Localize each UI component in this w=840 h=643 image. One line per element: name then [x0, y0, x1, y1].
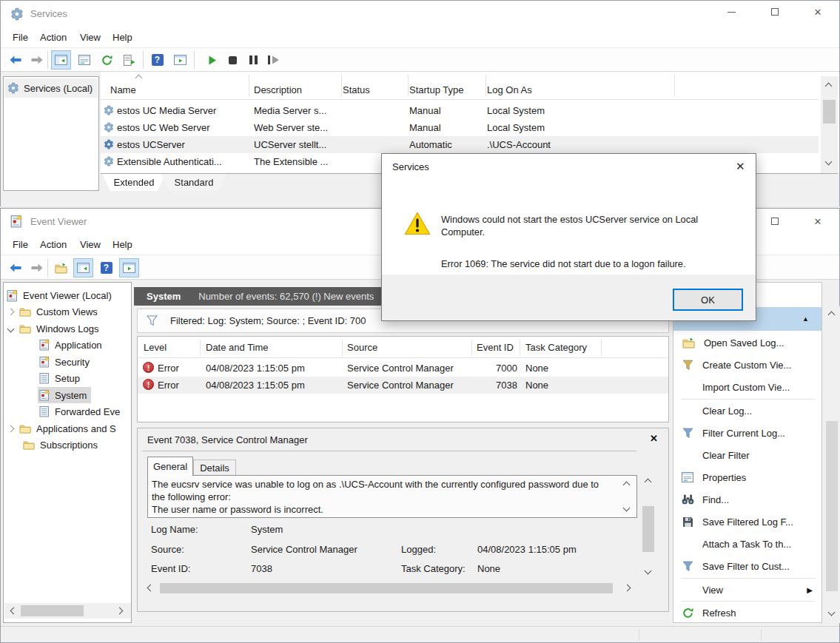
message-scroll-down-icon[interactable] — [623, 505, 631, 512]
tree-item-event-viewer-local[interactable]: Event Viewer (Local) — [7, 287, 130, 303]
menu-action[interactable]: Action — [36, 29, 71, 46]
tree-item-custom-views[interactable]: Custom Views — [7, 303, 130, 320]
tree-item-applications-and-services[interactable]: Applications and S — [7, 420, 130, 437]
open-saved-log-button[interactable] — [51, 258, 71, 277]
tree-item-forwarded-events[interactable]: Forwarded Eve — [39, 403, 130, 420]
action-attach-task[interactable]: Attach a Task To th... — [678, 534, 819, 553]
tree-item-application[interactable]: Application — [39, 337, 130, 353]
col-source[interactable]: Source — [347, 342, 377, 353]
action-clear-filter[interactable]: Clear Filter — [678, 445, 819, 465]
col-log-on-as[interactable]: Log On As — [487, 84, 532, 95]
col-status[interactable]: Status — [343, 84, 370, 95]
event-row-selected[interactable]: ! Error 04/08/2023 1:15:05 pm Service Co… — [138, 377, 668, 394]
actions-scrollbar[interactable] — [824, 306, 840, 623]
show-action-pane-button[interactable] — [170, 50, 190, 70]
scrollbar-thumb[interactable] — [642, 506, 654, 552]
scroll-up-icon[interactable] — [825, 83, 833, 90]
tree-horizontal-scrollbar[interactable] — [4, 603, 131, 619]
show-action-pane-button[interactable] — [119, 258, 139, 277]
action-open-saved-log[interactable]: Open Saved Log... — [678, 333, 819, 352]
scrollbar-thumb[interactable] — [160, 583, 613, 593]
tab-extended[interactable]: Extended — [102, 174, 166, 191]
detail-close-icon[interactable]: ✕ — [650, 433, 658, 444]
start-service-button[interactable] — [202, 50, 222, 70]
tree-item-subscriptions[interactable]: Subscriptions — [23, 437, 130, 453]
tab-general[interactable]: General — [147, 457, 193, 476]
col-level[interactable]: Level — [144, 342, 167, 353]
scroll-down-icon[interactable] — [828, 609, 836, 616]
action-filter-current-log[interactable]: Filter Current Log... — [678, 423, 819, 442]
forward-button[interactable] — [27, 50, 47, 70]
tab-details[interactable]: Details — [193, 459, 236, 476]
detail-horizontal-scrollbar[interactable] — [142, 581, 636, 596]
forward-button[interactable] — [27, 258, 47, 277]
event-row[interactable]: ! Error 04/08/2023 1:15:05 pm Service Co… — [138, 360, 668, 377]
scope-root-item[interactable]: Services (Local) — [4, 78, 98, 98]
menu-view[interactable]: View — [75, 29, 105, 46]
help-button[interactable]: ? — [96, 258, 116, 277]
collapse-icon[interactable] — [7, 325, 15, 332]
service-row[interactable]: estos UC Media Server Media Server s... … — [101, 102, 819, 119]
scrollbar-thumb[interactable] — [826, 421, 838, 591]
action-save-filtered-log[interactable]: Save Filtered Log F... — [678, 512, 819, 531]
show-console-tree-button[interactable] — [51, 50, 71, 70]
collapse-actions-icon[interactable]: ▲ — [802, 315, 809, 323]
ok-button[interactable]: OK — [673, 289, 743, 311]
maximize-button[interactable] — [758, 210, 792, 232]
service-row-selected[interactable]: estos UCServer UCServer stellt... Automa… — [101, 136, 819, 153]
col-startup-type[interactable]: Startup Type — [409, 84, 463, 95]
menu-view[interactable]: View — [75, 236, 105, 253]
scroll-down-icon[interactable] — [645, 568, 652, 575]
menu-help[interactable]: Help — [108, 29, 137, 46]
menu-action[interactable]: Action — [36, 236, 71, 253]
scroll-up-icon[interactable] — [828, 312, 836, 319]
action-properties[interactable]: Properties — [678, 468, 819, 487]
minimize-button[interactable] — [714, 1, 748, 23]
restart-service-button[interactable] — [263, 50, 283, 70]
action-view-submenu[interactable]: View ▶ — [678, 580, 819, 599]
back-button[interactable] — [5, 50, 25, 70]
scroll-right-icon[interactable] — [624, 585, 631, 592]
action-clear-log[interactable]: Clear Log... — [678, 401, 819, 420]
tree-item-windows-logs[interactable]: Windows Logs — [7, 320, 130, 337]
menu-help[interactable]: Help — [108, 236, 137, 253]
col-date-time[interactable]: Date and Time — [206, 342, 269, 353]
scroll-up-icon[interactable] — [645, 479, 652, 486]
action-import-custom-view[interactable]: Import Custom Vie... — [678, 377, 819, 397]
message-scroll-up-icon[interactable] — [623, 482, 631, 489]
refresh-button[interactable] — [97, 50, 117, 70]
maximize-button[interactable] — [758, 1, 792, 23]
scroll-down-icon[interactable] — [825, 158, 833, 166]
detail-vertical-scrollbar[interactable] — [640, 475, 656, 579]
action-create-custom-view[interactable]: Create Custom Vie... — [678, 355, 819, 374]
scrollbar-thumb[interactable] — [823, 100, 836, 124]
tree-item-system-selected[interactable]: System — [39, 387, 130, 403]
action-save-filter-to-custom-view[interactable]: Save Filter to Cust... — [678, 556, 819, 576]
show-console-tree-button[interactable] — [73, 258, 93, 277]
expand-icon[interactable] — [7, 425, 15, 432]
col-task-category[interactable]: Task Category — [525, 342, 587, 353]
col-event-id[interactable]: Event ID — [477, 342, 514, 353]
tree-item-security[interactable]: Security — [39, 354, 130, 370]
help-button[interactable]: ? — [147, 50, 167, 70]
action-find[interactable]: Find... — [678, 490, 819, 509]
scroll-right-icon[interactable] — [116, 607, 124, 615]
col-description[interactable]: Description — [254, 84, 302, 95]
services-list-scrollbar[interactable] — [821, 76, 838, 173]
pause-service-button[interactable] — [243, 50, 263, 70]
tree-item-setup[interactable]: Setup — [39, 370, 130, 386]
scrollbar-thumb[interactable] — [21, 605, 84, 616]
tab-standard[interactable]: Standard — [161, 174, 226, 191]
close-button[interactable]: ✕ — [801, 210, 835, 232]
scroll-left-icon[interactable] — [10, 607, 18, 615]
scroll-left-icon[interactable] — [147, 585, 155, 592]
menu-file[interactable]: File — [8, 29, 33, 46]
expand-icon[interactable] — [7, 308, 15, 315]
event-message-box[interactable]: The eucsrv service was unable to log on … — [147, 475, 637, 518]
service-row[interactable]: estos UC Web Server Web Server ste... Ma… — [101, 119, 819, 136]
back-button[interactable] — [5, 258, 25, 277]
stop-service-button[interactable] — [223, 50, 243, 70]
menu-file[interactable]: File — [8, 236, 33, 253]
properties-button[interactable] — [74, 50, 94, 70]
col-name[interactable]: Name — [110, 84, 136, 95]
